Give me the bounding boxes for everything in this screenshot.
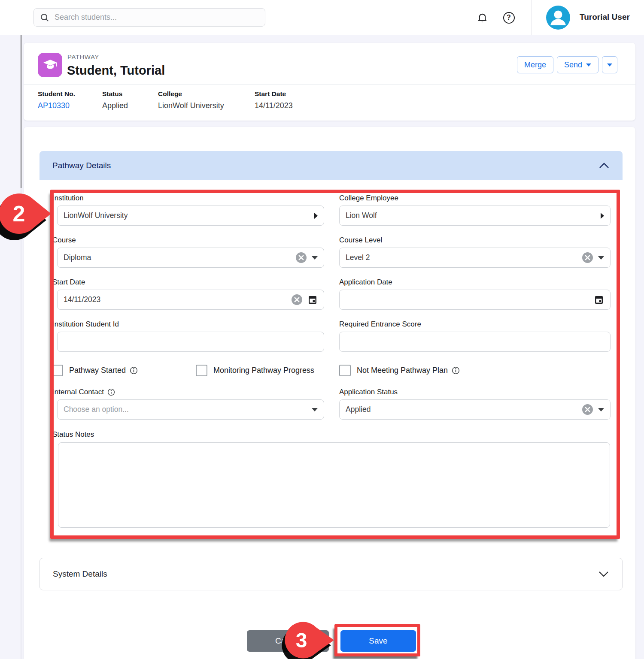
application-status-select[interactable]: Applied xyxy=(339,399,611,420)
chevron-down-icon[interactable] xyxy=(598,256,604,260)
summary-start-date: Start Date 14/11/2023 xyxy=(255,90,323,110)
application-date-input[interactable] xyxy=(339,290,611,310)
info-icon[interactable] xyxy=(452,366,460,375)
field-start-date: Start Date 14/11/2023 xyxy=(57,278,324,310)
field-required-entrance-score: Required Entrance Score xyxy=(339,320,611,352)
summary-label: College xyxy=(158,90,255,98)
monitoring-progress-checkbox[interactable] xyxy=(196,365,207,376)
field-value: Diploma xyxy=(64,253,291,262)
field-label: Application Status xyxy=(339,388,611,396)
clear-icon[interactable] xyxy=(296,252,307,263)
search-box[interactable] xyxy=(33,8,265,27)
clear-icon[interactable] xyxy=(582,252,593,263)
not-meeting-plan-checkbox[interactable] xyxy=(339,365,351,376)
checkbox-label-text: Not Meeting Pathway Plan xyxy=(357,366,448,375)
course-level-select[interactable]: Level 2 xyxy=(339,248,611,268)
field-label: Required Entrance Score xyxy=(339,320,611,329)
record-type-label: PATHWAY xyxy=(67,53,99,60)
calendar-icon[interactable] xyxy=(594,295,604,305)
student-no-link[interactable]: AP10330 xyxy=(38,101,102,110)
internal-contact-select[interactable]: Choose an option... xyxy=(57,399,324,420)
course-select[interactable]: Diploma xyxy=(57,248,324,268)
chevron-down-icon xyxy=(598,571,609,577)
field-label: Institution xyxy=(52,194,324,203)
person-icon xyxy=(546,6,570,30)
merge-button-label: Merge xyxy=(524,60,546,70)
header-divider xyxy=(24,84,635,85)
chevron-down-icon xyxy=(607,63,612,67)
calendar-icon[interactable] xyxy=(307,295,318,305)
user-avatar[interactable] xyxy=(546,6,570,30)
field-label: Institution Student Id xyxy=(52,320,324,329)
institution-input[interactable]: LionWolf University xyxy=(57,206,324,226)
summary-label: Start Date xyxy=(255,90,323,98)
chevron-down-icon[interactable] xyxy=(598,408,604,411)
send-button[interactable]: Send xyxy=(557,56,598,73)
status-notes-textarea[interactable] xyxy=(58,442,610,528)
summary-value: 14/11/2023 xyxy=(255,101,323,110)
search-input[interactable] xyxy=(55,13,259,22)
pathway-started-checkbox-row: Pathway Started xyxy=(52,365,138,376)
chevron-down-icon[interactable] xyxy=(312,256,318,260)
lookup-caret-icon[interactable] xyxy=(314,213,318,219)
summary-value: LionWolf University xyxy=(158,101,255,110)
pathway-started-checkbox[interactable] xyxy=(52,365,63,376)
checkbox-label: Not Meeting Pathway Plan xyxy=(357,366,460,375)
help-button[interactable]: ? xyxy=(502,11,515,24)
summary-college: College LionWolf University xyxy=(158,90,255,110)
clear-icon[interactable] xyxy=(582,404,593,415)
field-value: Applied xyxy=(346,405,577,414)
field-institution-student-id: Institution Student Id xyxy=(57,320,324,352)
topbar-divider xyxy=(532,0,532,35)
help-icon: ? xyxy=(503,12,515,24)
field-label-text: Internal Contact xyxy=(52,388,104,396)
field-application-status: Application Status Applied xyxy=(339,388,611,420)
cancel-button[interactable]: Cancel xyxy=(247,630,329,652)
window-edge-line-light xyxy=(21,188,21,659)
field-label: Internal Contact xyxy=(52,388,324,396)
field-value: LionWolf University xyxy=(64,211,309,220)
field-value: Lion Wolf xyxy=(346,211,595,220)
page-title: Student, Tutorial xyxy=(67,63,165,78)
field-internal-contact: Internal Contact Choose an option... xyxy=(57,388,324,420)
record-header-card: PATHWAY Student, Tutorial Merge Send Stu… xyxy=(24,43,635,121)
save-button[interactable]: Save xyxy=(340,630,416,652)
required-entrance-score-input[interactable] xyxy=(339,332,611,352)
search-icon xyxy=(40,13,49,22)
field-label: Application Date xyxy=(339,278,611,287)
graduation-cap-icon xyxy=(43,58,58,72)
college-employee-input[interactable]: Lion Wolf xyxy=(339,206,611,226)
chevron-down-icon xyxy=(586,63,591,67)
institution-student-id-input[interactable] xyxy=(57,332,324,352)
status-notes-label: Status Notes xyxy=(52,430,94,439)
chevron-down-icon[interactable] xyxy=(312,408,318,411)
notifications-button[interactable] xyxy=(476,11,489,24)
field-label: Course Level xyxy=(339,236,611,245)
bell-icon xyxy=(477,12,488,24)
record-summary: Student No. AP10330 Status Applied Colle… xyxy=(38,90,323,110)
topbar: ? Turorial User xyxy=(0,0,644,35)
field-course-level: Course Level Level 2 xyxy=(339,236,611,268)
field-label: Start Date xyxy=(52,278,324,287)
system-details-header[interactable]: System Details xyxy=(39,558,623,590)
checkbox-label: Monitoring Pathway Progress xyxy=(213,366,314,375)
more-actions-button[interactable] xyxy=(602,56,617,73)
pathway-record-icon xyxy=(38,53,62,77)
checkbox-label-text: Pathway Started xyxy=(69,366,126,375)
field-placeholder: Choose an option... xyxy=(64,405,307,414)
field-value: Level 2 xyxy=(346,253,577,262)
summary-student-no: Student No. AP10330 xyxy=(38,90,102,110)
user-name: Turorial User xyxy=(580,12,630,22)
not-meeting-plan-checkbox-row: Not Meeting Pathway Plan xyxy=(339,365,460,376)
info-icon[interactable] xyxy=(107,388,115,396)
monitoring-progress-checkbox-row: Monitoring Pathway Progress xyxy=(196,365,314,376)
clear-icon[interactable] xyxy=(292,294,302,305)
lookup-caret-icon[interactable] xyxy=(601,213,604,219)
checkbox-label: Pathway Started xyxy=(69,366,138,375)
pathway-details-header[interactable]: Pathway Details xyxy=(39,151,623,180)
start-date-input[interactable]: 14/11/2023 xyxy=(57,290,324,310)
field-label: Course xyxy=(52,236,324,245)
merge-button[interactable]: Merge xyxy=(517,56,553,73)
info-icon[interactable] xyxy=(130,366,138,375)
field-label: College Employee xyxy=(339,194,611,203)
